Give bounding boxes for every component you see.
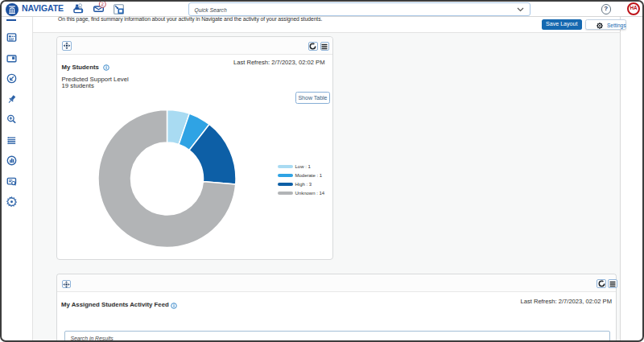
svg-text:2: 2 bbox=[101, 1, 104, 6]
